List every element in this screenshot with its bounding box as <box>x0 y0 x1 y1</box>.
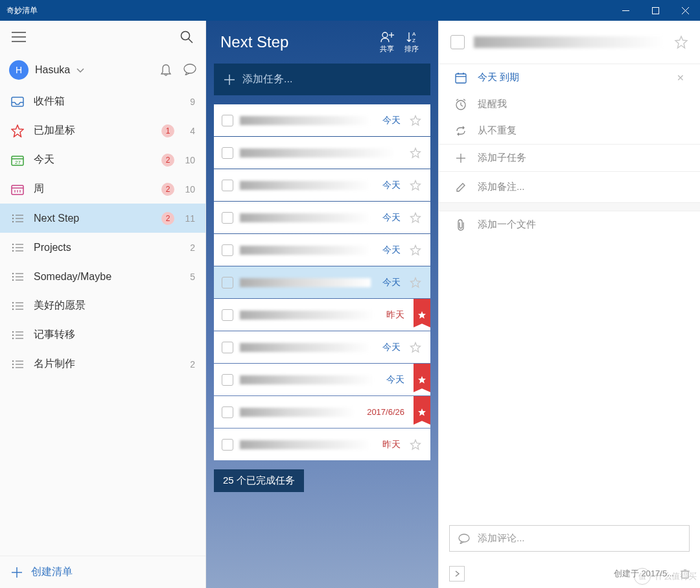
task-row[interactable]: 今天 <box>214 104 430 136</box>
task-row[interactable]: 今天 <box>214 266 430 298</box>
task-row[interactable]: 2017/6/26 <box>214 396 430 428</box>
add-file-row[interactable]: 添加一个文件 <box>439 211 700 238</box>
sidebar-item-8[interactable]: 记事转移 <box>0 320 205 349</box>
star-button[interactable] <box>674 35 688 49</box>
sidebar-item-1[interactable]: 已加星标14 <box>0 116 205 145</box>
due-date-row[interactable]: 今天 到期 ✕ <box>439 64 700 91</box>
task-row[interactable] <box>214 137 430 169</box>
svg-point-46 <box>12 331 14 332</box>
maximize-button[interactable] <box>640 0 670 21</box>
list-label: Next Step <box>34 213 152 224</box>
list-icon <box>10 360 25 369</box>
completed-tasks-toggle[interactable]: 25 个已完成任务 <box>214 469 304 492</box>
list-label: 周 <box>34 182 152 196</box>
sort-button[interactable]: AZ 排序 <box>399 31 424 54</box>
chat-icon[interactable] <box>183 64 196 76</box>
task-row[interactable]: 昨天 <box>214 299 430 331</box>
task-checkbox[interactable] <box>222 115 233 126</box>
svg-point-23 <box>12 217 14 218</box>
sidebar-item-4[interactable]: Next Step211 <box>0 204 205 233</box>
svg-marker-67 <box>411 115 421 125</box>
plus-icon <box>12 567 22 578</box>
svg-marker-68 <box>411 148 421 158</box>
star-icon[interactable] <box>407 342 424 353</box>
count: 9 <box>183 97 195 107</box>
task-date: 昨天 <box>382 439 401 451</box>
hamburger-icon[interactable] <box>5 21 32 53</box>
repeat-icon <box>454 126 467 136</box>
star-icon[interactable] <box>407 212 424 224</box>
sidebar-item-2[interactable]: 27今天210 <box>0 145 205 174</box>
sidebar-item-5[interactable]: Projects2 <box>0 233 205 262</box>
reminder-row[interactable]: 提醒我 <box>439 91 700 117</box>
bell-icon[interactable] <box>160 64 172 76</box>
close-button[interactable] <box>670 0 700 21</box>
task-checkbox[interactable] <box>222 374 233 386</box>
task-checkbox[interactable] <box>222 277 233 288</box>
sidebar-item-7[interactable]: 美好的愿景 <box>0 291 205 320</box>
count: 5 <box>183 272 195 282</box>
clear-due-icon[interactable]: ✕ <box>677 73 684 83</box>
task-title[interactable] <box>474 36 665 48</box>
create-list-button[interactable]: 创建清单 <box>0 556 205 588</box>
svg-text:A: A <box>412 31 416 37</box>
count: 4 <box>183 126 195 136</box>
task-row[interactable]: 今天 <box>214 234 430 266</box>
repeat-row[interactable]: 从不重复 <box>439 117 700 144</box>
svg-line-87 <box>463 99 465 100</box>
share-button[interactable]: 共享 <box>375 31 399 54</box>
sidebar-item-3[interactable]: 周210 <box>0 174 205 204</box>
task-date: 今天 <box>382 212 401 224</box>
search-icon[interactable] <box>173 21 200 53</box>
titlebar: 奇妙清单 <box>0 0 700 21</box>
task-checkbox[interactable] <box>222 147 233 159</box>
star-icon[interactable] <box>407 147 424 159</box>
task-checkbox[interactable] <box>222 439 233 451</box>
task-checkbox[interactable] <box>222 212 233 224</box>
star-icon[interactable] <box>407 244 424 256</box>
add-note-row[interactable]: 添加备注... <box>439 172 700 202</box>
star-icon[interactable] <box>407 115 424 126</box>
add-task-input[interactable]: 添加任务... <box>214 64 430 95</box>
chat-icon <box>458 534 470 544</box>
task-checkbox[interactable] <box>222 406 233 418</box>
svg-marker-75 <box>418 376 426 384</box>
task-checkbox[interactable] <box>222 180 233 191</box>
star-flag-icon[interactable] <box>414 364 430 395</box>
task-title <box>240 375 375 384</box>
sidebar-item-9[interactable]: 名片制作2 <box>0 349 205 379</box>
collapse-button[interactable] <box>449 566 465 582</box>
comment-input[interactable]: 添加评论... <box>449 525 690 552</box>
star-flag-icon[interactable] <box>414 299 430 331</box>
task-checkbox[interactable] <box>222 244 233 256</box>
task-checkbox[interactable] <box>222 309 233 321</box>
task-row[interactable]: 昨天 <box>214 429 430 460</box>
list-label: 记事转移 <box>34 328 174 342</box>
svg-point-34 <box>12 272 14 274</box>
task-date: 昨天 <box>386 309 404 321</box>
svg-point-9 <box>184 64 196 73</box>
star-flag-icon[interactable] <box>414 396 430 428</box>
svg-line-8 <box>189 39 192 43</box>
star-icon[interactable] <box>407 439 424 451</box>
task-row[interactable]: 今天 <box>214 202 430 233</box>
svg-marker-13 <box>12 125 23 137</box>
star-icon[interactable] <box>407 180 424 191</box>
sidebar-item-0[interactable]: 收件箱9 <box>0 87 205 116</box>
svg-marker-72 <box>411 277 421 287</box>
add-subtask-row[interactable]: 添加子任务 <box>439 145 700 171</box>
paperclip-icon <box>454 219 467 231</box>
task-row[interactable]: 今天 <box>214 364 430 395</box>
sidebar-item-6[interactable]: Someday/Maybe5 <box>0 262 205 291</box>
plus-icon <box>224 75 235 85</box>
task-checkbox[interactable] <box>222 342 233 353</box>
plus-icon <box>454 154 467 163</box>
user-row[interactable]: H Hasuka <box>0 53 205 87</box>
avatar: H <box>9 60 29 80</box>
task-row[interactable]: 今天 <box>214 331 430 363</box>
badge: 2 <box>161 154 174 167</box>
task-checkbox[interactable] <box>450 35 465 49</box>
star-icon[interactable] <box>407 277 424 288</box>
minimize-button[interactable] <box>611 0 640 21</box>
task-row[interactable]: 今天 <box>214 169 430 201</box>
